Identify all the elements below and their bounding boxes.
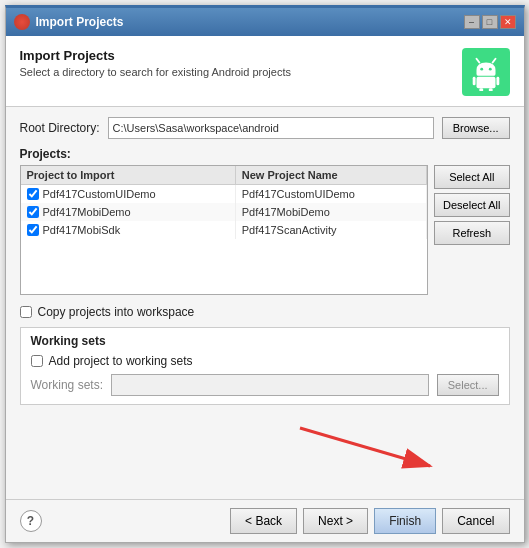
projects-section: Projects: Project to Import New Project … (20, 147, 510, 295)
minimize-button[interactable]: – (464, 15, 480, 29)
row-checkbox[interactable] (27, 188, 39, 200)
dialog-header: Import Projects Select a directory to se… (6, 36, 524, 107)
row-checkbox[interactable] (27, 206, 39, 218)
root-dir-label: Root Directory: (20, 121, 100, 135)
help-button[interactable]: ? (20, 510, 42, 532)
ws-input-label: Working sets: (31, 378, 103, 392)
root-dir-input[interactable] (108, 117, 434, 139)
working-sets-section: Working sets Add project to working sets… (20, 327, 510, 405)
root-dir-row: Root Directory: Browse... (20, 117, 510, 139)
svg-line-0 (476, 59, 479, 63)
new-name-cell: Pdf417MobiDemo (235, 203, 426, 221)
svg-rect-7 (479, 88, 483, 91)
back-button[interactable]: < Back (230, 508, 297, 534)
add-ws-checkbox[interactable] (31, 355, 43, 367)
svg-rect-8 (488, 88, 492, 91)
project-cell: Pdf417MobiSdk (21, 221, 236, 239)
close-button[interactable]: ✕ (500, 15, 516, 29)
row-checkbox[interactable] (27, 224, 39, 236)
svg-line-10 (300, 428, 430, 466)
ws-input[interactable] (111, 374, 429, 396)
projects-container: Project to Import New Project Name Pdf41… (20, 165, 510, 295)
title-bar-title: Import Projects (36, 15, 124, 29)
header-subtitle: Select a directory to search for existin… (20, 66, 291, 78)
project-cell: Pdf417MobiDemo (21, 203, 236, 221)
footer-buttons: < Back Next > Finish Cancel (230, 508, 509, 534)
red-arrow (290, 418, 450, 473)
copy-row: Copy projects into workspace (20, 305, 510, 319)
table-row: Pdf417MobiSdk Pdf417ScanActivity (21, 221, 427, 239)
project-name: Pdf417MobiDemo (43, 206, 131, 218)
new-name-cell: Pdf417ScanActivity (235, 221, 426, 239)
col-new-name: New Project Name (235, 166, 426, 185)
finish-button[interactable]: Finish (374, 508, 436, 534)
cancel-button[interactable]: Cancel (442, 508, 509, 534)
title-bar: Import Projects – □ ✕ (6, 8, 524, 36)
arrow-area (20, 413, 510, 473)
select-all-button[interactable]: Select All (434, 165, 509, 189)
side-buttons: Select All Deselect All Refresh (434, 165, 509, 295)
new-name-cell: Pdf417CustomUIDemo (235, 185, 426, 204)
svg-line-1 (492, 59, 495, 63)
refresh-button[interactable]: Refresh (434, 221, 509, 245)
copy-label: Copy projects into workspace (38, 305, 195, 319)
project-name: Pdf417MobiSdk (43, 224, 121, 236)
import-projects-dialog: Import Projects – □ ✕ Import Projects Se… (5, 5, 525, 543)
ws-select-button[interactable]: Select... (437, 374, 499, 396)
deselect-all-button[interactable]: Deselect All (434, 193, 509, 217)
title-bar-controls: – □ ✕ (464, 15, 516, 29)
eclipse-icon (14, 14, 30, 30)
android-logo (462, 48, 510, 96)
add-ws-row: Add project to working sets (31, 354, 499, 368)
next-button[interactable]: Next > (303, 508, 368, 534)
projects-table-wrapper: Project to Import New Project Name Pdf41… (20, 165, 429, 295)
table-row: Pdf417MobiDemo Pdf417MobiDemo (21, 203, 427, 221)
svg-point-3 (488, 68, 491, 71)
project-name: Pdf417CustomUIDemo (43, 188, 156, 200)
svg-rect-6 (496, 77, 499, 86)
copy-checkbox[interactable] (20, 306, 32, 318)
working-sets-title: Working sets (31, 334, 499, 348)
header-text: Import Projects Select a directory to se… (20, 48, 291, 78)
android-svg (467, 53, 505, 91)
ws-input-row: Working sets: Select... (31, 374, 499, 396)
table-row: Pdf417CustomUIDemo Pdf417CustomUIDemo (21, 185, 427, 204)
projects-label: Projects: (20, 147, 510, 161)
svg-rect-5 (472, 77, 475, 86)
col-project: Project to Import (21, 166, 236, 185)
browse-button[interactable]: Browse... (442, 117, 510, 139)
svg-rect-4 (476, 77, 495, 88)
maximize-button[interactable]: □ (482, 15, 498, 29)
svg-point-2 (480, 68, 483, 71)
title-bar-left: Import Projects (14, 14, 124, 30)
header-title: Import Projects (20, 48, 291, 63)
dialog-footer: ? < Back Next > Finish Cancel (6, 499, 524, 542)
dialog-body: Root Directory: Browse... Projects: Proj… (6, 107, 524, 499)
project-cell: Pdf417CustomUIDemo (21, 185, 236, 204)
add-ws-label: Add project to working sets (49, 354, 193, 368)
projects-table: Project to Import New Project Name Pdf41… (21, 166, 428, 239)
